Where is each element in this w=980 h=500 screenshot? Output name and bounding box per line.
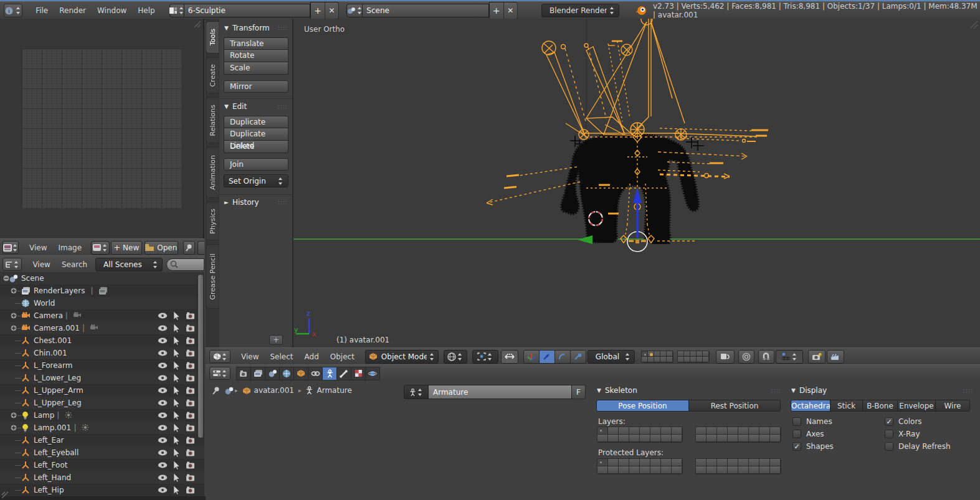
menu-render[interactable]: Render bbox=[54, 2, 92, 19]
screen-layout-name[interactable]: 6-Sculptie bbox=[184, 4, 311, 17]
layer-cell[interactable] bbox=[702, 356, 709, 362]
selectability-toggle[interactable] bbox=[171, 311, 182, 321]
layer-cell[interactable] bbox=[650, 466, 661, 474]
layer-cell[interactable] bbox=[695, 434, 706, 442]
renderability-toggle[interactable] bbox=[184, 336, 196, 346]
layer-cell[interactable] bbox=[695, 466, 706, 474]
outliner-scrollbar[interactable] bbox=[197, 274, 204, 438]
renderability-toggle[interactable] bbox=[184, 423, 196, 433]
plus-expander-icon[interactable] bbox=[10, 412, 17, 419]
scene-delete-button[interactable]: ✕ bbox=[504, 2, 518, 19]
outliner-row-scene[interactable]: Scene bbox=[0, 272, 204, 285]
visibility-toggle[interactable] bbox=[157, 311, 168, 321]
renderability-toggle[interactable] bbox=[184, 348, 196, 358]
layer-cell[interactable] bbox=[618, 466, 629, 474]
layer-cell[interactable] bbox=[706, 466, 717, 474]
orientation-dropdown[interactable]: Global bbox=[588, 350, 635, 364]
viewport-canvas[interactable]: z y x User Ortho (1) avatar.001 bbox=[293, 19, 980, 347]
viewport-menu-view[interactable]: View bbox=[235, 349, 264, 365]
armature-browse-dropdown[interactable] bbox=[404, 385, 429, 399]
image-menu-view[interactable]: View bbox=[24, 240, 52, 256]
visibility-toggle[interactable] bbox=[157, 435, 168, 445]
origin-manipulator[interactable] bbox=[627, 188, 647, 252]
image-clipped-button[interactable] bbox=[197, 241, 204, 255]
properties-tab-physics[interactable] bbox=[365, 367, 380, 380]
layer-cell[interactable] bbox=[716, 434, 728, 442]
editor-type-outliner-button[interactable] bbox=[2, 258, 22, 271]
mode-dropdown[interactable]: Object Mode bbox=[365, 350, 439, 364]
panel-header-edit[interactable]: ▼ Edit :::: bbox=[224, 102, 288, 111]
delay-refresh-checkbox[interactable] bbox=[885, 442, 893, 451]
layer-cell[interactable] bbox=[607, 434, 619, 442]
scene-lock-button[interactable] bbox=[716, 350, 735, 364]
layer-cell[interactable] bbox=[650, 434, 661, 442]
layer-cell[interactable] bbox=[769, 466, 781, 474]
toolshelf-tab-physics[interactable]: Physics bbox=[206, 202, 219, 240]
plus-expander-icon[interactable] bbox=[10, 287, 17, 295]
selectability-toggle[interactable] bbox=[171, 336, 182, 346]
join-button[interactable]: Join bbox=[224, 158, 288, 171]
scene-selector[interactable] bbox=[346, 4, 363, 17]
outliner-row-left-foot[interactable]: Left_Foot bbox=[0, 459, 204, 471]
visibility-toggle[interactable] bbox=[157, 485, 168, 495]
render-engine-dropdown[interactable]: Blender Render bbox=[541, 4, 619, 17]
outliner-scope-dropdown[interactable]: All Scenes bbox=[95, 258, 163, 271]
outliner-row-l-forearm[interactable]: L_Forearm bbox=[0, 359, 204, 372]
outliner-row-lamp-001[interactable]: Lamp.001| bbox=[0, 422, 204, 434]
layer-cell[interactable] bbox=[639, 434, 650, 442]
layer-cell[interactable] bbox=[706, 434, 717, 442]
outliner-row-l-upper-arm[interactable]: L_Upper_Arm bbox=[0, 384, 204, 397]
visibility-toggle[interactable] bbox=[157, 423, 168, 433]
layer-cell[interactable] bbox=[671, 434, 682, 442]
screen-layout-add-button[interactable]: + bbox=[310, 2, 325, 19]
layer-cell[interactable] bbox=[769, 434, 781, 442]
properties-tab-constraints[interactable] bbox=[308, 367, 323, 380]
renderability-toggle[interactable] bbox=[184, 323, 196, 333]
outliner-row-l-upper-leg[interactable]: L_Upper_Leg bbox=[0, 397, 204, 409]
image-menu-image[interactable]: Image bbox=[52, 240, 87, 256]
visibility-toggle[interactable] bbox=[157, 323, 168, 333]
manipulator-toggle-button[interactable] bbox=[501, 350, 518, 364]
editor-type-properties-button[interactable] bbox=[209, 367, 231, 380]
fake-user-button[interactable]: F bbox=[572, 385, 586, 399]
menu-help[interactable]: Help bbox=[132, 2, 160, 19]
pivot-dropdown[interactable] bbox=[472, 350, 498, 364]
layer-cell[interactable] bbox=[716, 466, 728, 474]
renderability-toggle[interactable] bbox=[184, 473, 196, 483]
menu-file[interactable]: File bbox=[30, 2, 54, 19]
layer-cell[interactable] bbox=[629, 466, 640, 474]
properties-tab-bone[interactable] bbox=[336, 367, 351, 380]
breadcrumb-object[interactable]: avatar.001 bbox=[242, 386, 294, 395]
visibility-toggle[interactable] bbox=[157, 398, 168, 408]
panel-drag-dots[interactable]: :::: bbox=[278, 103, 288, 110]
pin-icon[interactable] bbox=[212, 386, 220, 395]
panel-drag-dots[interactable]: :::: bbox=[771, 387, 781, 394]
image-browse-dropdown[interactable] bbox=[91, 241, 110, 255]
outliner-row-l-lower-leg[interactable]: L_Lower_Leg bbox=[0, 372, 204, 384]
layer-cell[interactable] bbox=[666, 356, 673, 362]
layer-cell[interactable] bbox=[748, 434, 759, 442]
layer-cell[interactable] bbox=[629, 434, 640, 442]
selectability-toggle[interactable] bbox=[171, 448, 182, 458]
visibility-toggle[interactable] bbox=[157, 373, 168, 383]
screen-layout-selector[interactable] bbox=[169, 4, 184, 17]
outliner-row-left-hip[interactable]: Left_Hip bbox=[0, 484, 204, 496]
toolshelf-tab-tools[interactable]: Tools bbox=[206, 21, 219, 54]
renderability-toggle[interactable] bbox=[184, 385, 196, 395]
layer-cell[interactable] bbox=[727, 466, 738, 474]
outliner-row-camera-001[interactable]: Camera.001| bbox=[0, 322, 204, 334]
gizmo-axes-button[interactable] bbox=[523, 350, 540, 364]
editor-type-image-button[interactable] bbox=[2, 241, 19, 254]
properties-tab-object[interactable] bbox=[293, 367, 308, 380]
plus-expander-icon[interactable] bbox=[10, 324, 17, 332]
layer-cell[interactable] bbox=[738, 466, 749, 474]
layer-cell[interactable] bbox=[759, 466, 770, 474]
layer-cell[interactable] bbox=[671, 466, 682, 474]
visibility-toggle[interactable] bbox=[157, 348, 168, 358]
outliner-row-left-hand[interactable]: Left_Hand bbox=[0, 471, 204, 484]
panel-drag-dots[interactable]: :::: bbox=[278, 199, 288, 205]
renderability-toggle[interactable] bbox=[184, 410, 196, 420]
panel-header-transform[interactable]: ▼ Transform :::: bbox=[224, 24, 288, 32]
armature-name-input[interactable]: Armature bbox=[429, 385, 572, 399]
properties-tab-scene[interactable] bbox=[265, 367, 280, 380]
